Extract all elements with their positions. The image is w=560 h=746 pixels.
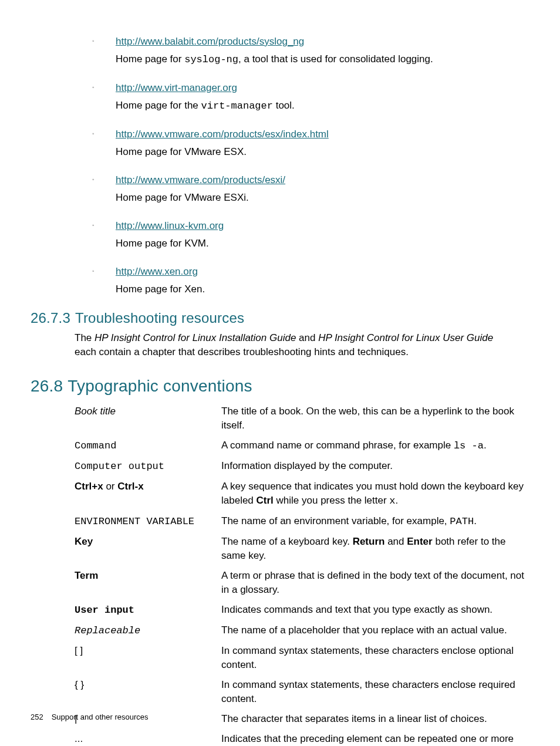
page: ◦http://www.balabit.com/products/syslog_… <box>0 0 560 746</box>
bullet-description: Home page for VMware ESX. <box>116 144 329 160</box>
external-link[interactable]: http://www.linux-kvm.org <box>116 220 224 231</box>
page-footer: 252Support and other resources <box>31 713 148 721</box>
convention-row: TermA term or phrase that is defined in … <box>75 566 531 600</box>
heading-title: Typographic conventions <box>68 377 252 395</box>
convention-row: [ ]In command syntax statements, these c… <box>75 641 531 675</box>
bullet-description: Home page for VMware ESXi. <box>116 190 285 205</box>
page-number: 252 <box>31 713 43 721</box>
heading-title: Troubleshooting resources <box>75 310 244 326</box>
external-link[interactable]: http://www.virt-manager.org <box>116 82 237 93</box>
convention-term: Replaceable <box>75 623 221 638</box>
heading-number: 26.7.3 <box>31 310 70 326</box>
convention-term: Term <box>75 569 221 583</box>
link-bullet-list: ◦http://www.balabit.com/products/syslog_… <box>92 34 531 297</box>
convention-definition: The character that separates items in a … <box>221 712 531 726</box>
convention-definition: A key sequence that indicates you must h… <box>221 480 531 508</box>
bullet-body: http://www.balabit.com/products/syslog_n… <box>116 34 433 67</box>
bullet-body: http://www.vmware.com/products/esxi/Home… <box>116 173 285 205</box>
convention-definition: Indicates that the preceding element can… <box>221 732 531 746</box>
convention-row: ...Indicates that the preceding element … <box>75 729 531 746</box>
external-link[interactable]: http://www.xen.org <box>116 266 198 277</box>
bullet-item: ◦http://www.virt-manager.orgHome page fo… <box>92 80 531 114</box>
convention-definition: The name of a keyboard key. Return and E… <box>221 535 531 563</box>
bullet-icon: ◦ <box>92 127 116 160</box>
convention-definition: In command syntax statements, these char… <box>221 678 531 706</box>
bullet-item: ◦http://www.xen.orgHome page for Xen. <box>92 264 531 297</box>
heading-number: 26.8 <box>31 377 63 395</box>
convention-term: Key <box>75 535 221 549</box>
convention-definition: A command name or command phrase, for ex… <box>221 438 531 453</box>
bullet-body: http://www.virt-manager.orgHome page for… <box>116 80 295 114</box>
convention-term: { } <box>75 678 221 692</box>
external-link[interactable]: http://www.vmware.com/products/esx/index… <box>116 129 329 140</box>
section-26-7-3-paragraph: The HP Insight Control for Linux Install… <box>75 331 531 359</box>
bullet-icon: ◦ <box>92 173 116 205</box>
convention-term: Ctrl+x or Ctrl-x <box>75 480 221 494</box>
convention-definition: A term or phrase that is defined in the … <box>221 569 531 597</box>
convention-row: ReplaceableThe name of a placeholder tha… <box>75 620 531 641</box>
convention-row: Ctrl+x or Ctrl-xA key sequence that indi… <box>75 477 531 511</box>
external-link[interactable]: http://www.vmware.com/products/esxi/ <box>116 174 285 185</box>
convention-term: Command <box>75 438 221 453</box>
bullet-body: http://www.vmware.com/products/esx/index… <box>116 127 329 160</box>
bullet-icon: ◦ <box>92 264 116 297</box>
bullet-item: ◦http://www.balabit.com/products/syslog_… <box>92 34 531 67</box>
convention-row: User inputIndicates commands and text th… <box>75 600 531 620</box>
conventions-table: Book titleThe title of a book. On the we… <box>75 401 531 746</box>
section-26-8-heading: 26.8Typographic conventions <box>31 377 531 396</box>
convention-row: Book titleThe title of a book. On the we… <box>75 401 531 436</box>
convention-definition: In command syntax statements, these char… <box>221 644 531 672</box>
external-link[interactable]: http://www.balabit.com/products/syslog_n… <box>116 36 304 47</box>
bullet-icon: ◦ <box>92 80 116 114</box>
convention-term: Computer output <box>75 459 221 474</box>
convention-term: User input <box>75 603 221 617</box>
convention-row: { }In command syntax statements, these c… <box>75 675 531 709</box>
convention-definition: Indicates commands and text that you typ… <box>221 603 531 617</box>
bullet-body: http://www.xen.orgHome page for Xen. <box>116 264 205 297</box>
convention-definition: The name of a placeholder that you repla… <box>221 623 531 637</box>
convention-term: [ ] <box>75 644 221 658</box>
bullet-item: ◦http://www.vmware.com/products/esxi/Hom… <box>92 173 531 205</box>
section-26-7-3-heading: 26.7.3Troubleshooting resources <box>31 310 531 326</box>
convention-row: ENVIRONMENT VARIABLEThe name of an envir… <box>75 511 531 532</box>
bullet-body: http://www.linux-kvm.orgHome page for KV… <box>116 218 224 251</box>
convention-term: ENVIRONMENT VARIABLE <box>75 514 221 529</box>
convention-definition: Information displayed by the computer. <box>221 459 531 473</box>
bullet-item: ◦http://www.vmware.com/products/esx/inde… <box>92 127 531 160</box>
convention-row: KeyThe name of a keyboard key. Return an… <box>75 532 531 566</box>
convention-row: CommandA command name or command phrase,… <box>75 436 531 456</box>
bullet-description: Home page for Xen. <box>116 282 205 297</box>
bullet-description: Home page for the virt-manager tool. <box>116 98 295 114</box>
footer-title: Support and other resources <box>52 713 149 721</box>
convention-definition: The title of a book. On the web, this ca… <box>221 404 531 433</box>
convention-definition: The name of an environment variable, for… <box>221 514 531 529</box>
convention-term: ... <box>75 732 221 746</box>
bullet-item: ◦http://www.linux-kvm.orgHome page for K… <box>92 218 531 251</box>
convention-row: Computer outputInformation displayed by … <box>75 456 531 477</box>
convention-term: Book title <box>75 404 221 418</box>
bullet-icon: ◦ <box>92 34 116 67</box>
bullet-icon: ◦ <box>92 218 116 251</box>
bullet-description: Home page for KVM. <box>116 236 224 251</box>
bullet-description: Home page for syslog-ng, a tool that is … <box>116 52 433 67</box>
